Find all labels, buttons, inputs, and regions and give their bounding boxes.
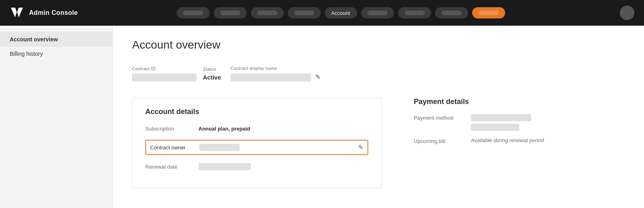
payment-details-title: Payment details	[414, 98, 607, 106]
nav-pill-2[interactable]	[214, 7, 247, 18]
account-details-card: Account details Subscription Annual plan…	[132, 98, 382, 188]
main-content: Account overview Contract ID Status Acti…	[113, 26, 644, 208]
upcoming-bill-value: Available during renewal period	[471, 137, 544, 143]
upcoming-bill-row: Upcoming bill Available during renewal p…	[414, 137, 607, 144]
nav-pill-6-inner	[405, 10, 425, 15]
account-nav-label: Account	[331, 10, 350, 16]
adobe-logo-icon	[10, 6, 24, 20]
contract-id-label: Contract ID	[132, 66, 196, 71]
renewal-date-label: Renewal date	[145, 164, 194, 170]
payment-method-bar-2	[471, 124, 519, 131]
nav-pill-3[interactable]	[251, 7, 284, 18]
nav-pill-2-inner	[220, 10, 240, 15]
nav-pills-group: Account	[62, 7, 620, 18]
renewal-date-row: Renewal date	[145, 161, 368, 172]
nav-pill-6[interactable]	[398, 7, 431, 18]
status-value: Active	[203, 74, 221, 82]
contract-display-name-value	[231, 73, 311, 82]
contract-display-row: ✎	[231, 73, 320, 82]
contract-id-field: Contract ID	[132, 66, 196, 82]
nav-pill-8[interactable]	[472, 7, 505, 18]
page-title: Account overview	[132, 39, 625, 51]
subscription-value: Annual plan, prepaid	[198, 126, 250, 132]
contract-id-value	[132, 73, 196, 82]
subscription-row: Subscription Annual plan, prepaid	[145, 124, 368, 133]
account-details-title: Account details	[145, 108, 368, 116]
top-navigation: Admin Console Account	[0, 0, 644, 26]
contract-owner-row: Contract owner ✎	[145, 140, 368, 155]
nav-pill-7-inner	[442, 10, 462, 15]
nav-pill-3-inner	[257, 10, 277, 15]
payment-method-bar-1	[471, 114, 531, 121]
payment-method-label: Payment method	[414, 114, 466, 121]
status-label: Status	[203, 67, 221, 71]
renewal-date-value	[198, 163, 251, 170]
sidebar-item-account-overview[interactable]: Account overview	[0, 32, 112, 47]
subscription-label: Subscription	[145, 126, 194, 132]
contract-display-name-label: Contract display name	[231, 66, 320, 71]
nav-pill-1[interactable]	[177, 7, 210, 18]
payment-details-card: Payment details Payment method Upcoming …	[406, 98, 607, 188]
contract-owner-value	[199, 144, 239, 151]
nav-pill-5[interactable]	[361, 7, 394, 18]
user-avatar-button[interactable]	[620, 6, 634, 20]
nav-pill-4-inner	[294, 10, 314, 15]
nav-pill-account[interactable]: Account	[325, 7, 357, 18]
bottom-section: Account details Subscription Annual plan…	[132, 98, 625, 188]
contract-row: Contract ID Status Active Contract displ…	[132, 66, 625, 82]
contract-owner-label: Contract owner	[150, 145, 194, 151]
upcoming-bill-label: Upcoming bill	[414, 137, 466, 144]
contract-owner-edit-icon[interactable]: ✎	[358, 144, 363, 151]
payment-method-row: Payment method	[414, 114, 607, 131]
nav-pill-4[interactable]	[288, 7, 321, 18]
main-wrapper: Account overview Billing history Account…	[0, 26, 644, 208]
sidebar-item-billing-history[interactable]: Billing history	[0, 47, 112, 61]
nav-pill-1-inner	[183, 10, 203, 15]
contract-display-name-edit-icon[interactable]: ✎	[315, 73, 320, 82]
sidebar: Account overview Billing history	[0, 26, 113, 208]
status-field: Status Active	[196, 67, 227, 82]
topnav-right-area	[620, 6, 634, 20]
nav-pill-5-inner	[367, 10, 388, 15]
nav-pill-8-inner	[479, 10, 499, 15]
nav-pill-7[interactable]	[435, 7, 468, 18]
payment-method-value-group	[471, 114, 531, 131]
contract-display-name-field: Contract display name ✎	[231, 66, 320, 82]
